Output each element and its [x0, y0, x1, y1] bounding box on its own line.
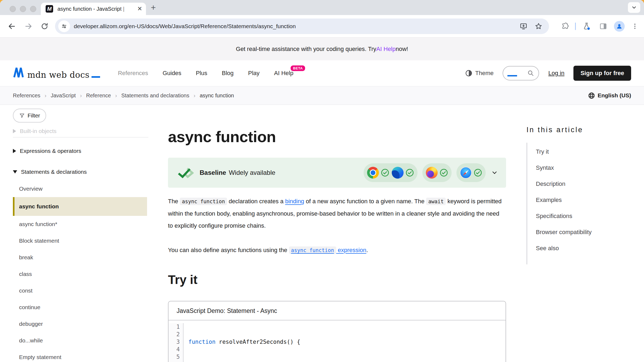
- sidebar-item-empty-statement[interactable]: Empty statement: [13, 349, 161, 362]
- sidebar-section-builtin-objects[interactable]: Built-in objects: [13, 126, 161, 136]
- article: async function BaselineWidely available: [168, 105, 506, 362]
- sidebar-item-list: Overview async function async function* …: [13, 180, 161, 362]
- sidebar-divider: [13, 137, 148, 138]
- reload-icon: [41, 22, 49, 30]
- mdn-logo[interactable]: mdn web docs: [13, 67, 100, 80]
- forward-button[interactable]: [24, 21, 33, 31]
- safari-support-pill: [456, 163, 486, 182]
- breadcrumb-bar: References › JavaScript › Reference › St…: [0, 86, 644, 105]
- binding-link[interactable]: binding: [285, 198, 304, 205]
- signup-button[interactable]: Sign up for free: [573, 66, 631, 81]
- promo-banner: Get real-time assistance with your codin…: [0, 38, 644, 60]
- nav-guides[interactable]: Guides: [163, 70, 181, 77]
- nav-plus[interactable]: Plus: [196, 70, 207, 77]
- demo-title: JavaScript Demo: Statement - Async: [169, 301, 506, 320]
- login-link[interactable]: Log in: [548, 70, 564, 77]
- code-line[interactable]: return new Promise((resolve) => {: [188, 361, 307, 362]
- install-app-icon[interactable]: [519, 22, 528, 30]
- sidebar-item-overview[interactable]: Overview: [13, 180, 161, 197]
- ai-help-promo-link[interactable]: AI Help: [376, 46, 396, 53]
- toc-item-specifications[interactable]: Specifications: [536, 208, 636, 224]
- code-editor[interactable]: 1 2 3 4 5 6 function resolveAfter2Second…: [169, 320, 506, 362]
- sidebar-section-expressions[interactable]: Expressions & operators: [13, 145, 161, 157]
- breadcrumb-reference[interactable]: Reference: [86, 93, 111, 99]
- chevron-down-icon[interactable]: [491, 169, 498, 176]
- async-function-expression-link[interactable]: async function expression: [289, 247, 367, 253]
- window-close-button[interactable]: [10, 6, 16, 12]
- intro-paragraph: The async function declaration creates a…: [168, 195, 504, 232]
- toc-item-try-it[interactable]: Try it: [536, 144, 636, 160]
- mdn-logo-text: mdn web docs: [27, 70, 89, 80]
- search-input[interactable]: [503, 66, 539, 80]
- toolbar-divider: [575, 23, 576, 30]
- sidebar-item-class[interactable]: class: [13, 266, 161, 282]
- breadcrumb-separator: ›: [115, 93, 117, 99]
- baseline-status: BaselineWidely available: [200, 169, 275, 176]
- tab-close-icon[interactable]: ✕: [137, 6, 142, 12]
- back-button[interactable]: [7, 21, 17, 31]
- search-icon[interactable]: [527, 70, 534, 77]
- nav-ai-help[interactable]: AI HelpBETA: [274, 70, 293, 77]
- breadcrumb-references[interactable]: References: [13, 93, 40, 99]
- firefox-icon: [426, 167, 438, 179]
- address-bar[interactable]: developer.allizom.org/en-US/docs/Web/Jav…: [55, 19, 549, 34]
- window-minimize-button[interactable]: [20, 6, 26, 12]
- breadcrumb-current[interactable]: async function: [200, 93, 234, 99]
- tune-icon: [61, 23, 67, 29]
- browser-toolbar: developer.allizom.org/en-US/docs/Web/Jav…: [0, 15, 644, 38]
- browser-menu-button[interactable]: [630, 21, 640, 31]
- tab-title: async function - JavaScript |: [57, 6, 130, 12]
- docs-sidebar: Filter Built-in objects Expressions & op…: [0, 105, 161, 362]
- profile-button[interactable]: [614, 21, 625, 32]
- new-tab-button[interactable]: +: [151, 3, 156, 12]
- browser-tab[interactable]: M async function - JavaScript | ✕: [41, 3, 146, 15]
- extensions-button[interactable]: [560, 21, 570, 31]
- baseline-banner[interactable]: BaselineWidely available: [168, 158, 506, 188]
- sidebar-item-do-while[interactable]: do...while: [13, 332, 161, 349]
- mdn-m-logo-icon: [13, 67, 25, 78]
- line-numbers: 1 2 3 4 5 6: [169, 323, 184, 362]
- window-zoom-button[interactable]: [30, 6, 36, 12]
- sidebar-item-debugger[interactable]: debugger: [13, 316, 161, 332]
- toc-item-browser-compatibility[interactable]: Browser compatibility: [536, 224, 636, 240]
- reload-button[interactable]: [40, 21, 49, 31]
- language-selector[interactable]: English (US): [588, 92, 631, 99]
- code-line[interactable]: function resolveAfter2Seconds() {: [188, 338, 307, 346]
- sidebar-item-break[interactable]: break: [13, 249, 161, 266]
- nav-blog[interactable]: Blog: [222, 70, 233, 77]
- tab-strip: M async function - JavaScript | ✕ +: [0, 0, 644, 15]
- sidebar-item-const[interactable]: const: [13, 282, 161, 299]
- check-icon: [474, 168, 482, 177]
- side-panel-icon: [599, 22, 607, 30]
- sidebar-item-async-function-star[interactable]: async function*: [13, 216, 161, 232]
- sidebar-filter-button[interactable]: Filter: [13, 109, 46, 123]
- url-text[interactable]: developer.allizom.org/en-US/docs/Web/Jav…: [74, 23, 296, 29]
- logo-underscore: [92, 76, 100, 78]
- breadcrumb: References › JavaScript › Reference › St…: [13, 93, 234, 99]
- chevron-down-icon: [631, 5, 637, 10]
- inline-code: await: [426, 198, 446, 205]
- breadcrumb-statements[interactable]: Statements and declarations: [121, 93, 189, 99]
- breadcrumb-separator: ›: [80, 93, 82, 99]
- tab-search-button[interactable]: [628, 2, 640, 13]
- code-lines[interactable]: function resolveAfter2Seconds() { return…: [184, 323, 307, 362]
- nav-references[interactable]: References: [118, 70, 148, 77]
- sidebar-item-async-function[interactable]: async function: [13, 197, 147, 216]
- theme-toggle[interactable]: Theme: [465, 69, 493, 77]
- sidebar-item-block-statement[interactable]: Block statement: [13, 232, 161, 249]
- side-panel-button[interactable]: [598, 21, 608, 31]
- experiments-button[interactable]: [582, 21, 591, 31]
- sidebar-item-continue[interactable]: continue: [13, 299, 161, 316]
- beta-badge: BETA: [291, 65, 305, 71]
- site-header: mdn web docs References Guides Plus Blog…: [0, 60, 644, 86]
- site-settings-button[interactable]: [58, 20, 70, 32]
- breadcrumb-javascript[interactable]: JavaScript: [51, 93, 76, 99]
- toc-item-see-also[interactable]: See also: [536, 240, 636, 256]
- toc-item-syntax[interactable]: Syntax: [536, 160, 636, 176]
- toc-item-description[interactable]: Description: [536, 176, 636, 192]
- toc-item-examples[interactable]: Examples: [536, 192, 636, 208]
- nav-play[interactable]: Play: [248, 70, 260, 77]
- bookmark-star-icon[interactable]: [535, 22, 543, 30]
- avatar-icon: [616, 23, 623, 30]
- sidebar-section-statements[interactable]: Statements & declarations: [13, 165, 161, 178]
